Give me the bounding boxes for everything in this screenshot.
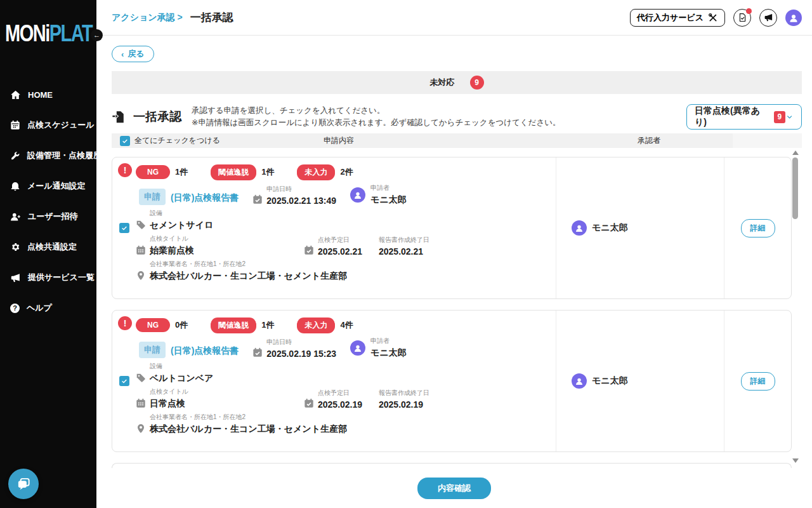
- back-button[interactable]: ‹ 戻る: [112, 46, 154, 62]
- sidebar: MONiPLAT HOME 点検スケジュール 設備管理・点検履歴 メール通知設定…: [0, 0, 96, 508]
- approval-card-partial: [112, 463, 792, 468]
- gear-icon: [10, 242, 20, 252]
- person-icon: [353, 190, 363, 200]
- issue-badges: NG1件 閾値逸脱1件 未入力2件: [136, 165, 556, 179]
- breadcrumb-parent[interactable]: アクション承認 >: [112, 12, 183, 23]
- location-pin-icon: [136, 271, 146, 281]
- sidebar-item-equipment[interactable]: 設備管理・点検履歴: [0, 140, 96, 171]
- equipment-row: 設備ベルトコンベア: [136, 364, 556, 384]
- scrollbar-thumb[interactable]: [792, 157, 798, 219]
- inspection-title-field: 点検タイトル日常点検: [136, 387, 304, 410]
- tools-icon: [708, 13, 718, 23]
- tag-icon: [136, 220, 146, 230]
- row-checkbox[interactable]: [119, 223, 129, 233]
- company-field: 会社事業者名・所在地1・所在地2株式会社バルカー・生コン工場・セメント生産部: [136, 413, 347, 435]
- applicant-avatar: [350, 187, 365, 203]
- page-content: ‹ 戻る 未対応 9 一括承認 承認する申請を選択し、チェックを入れてください。…: [96, 46, 812, 468]
- alert-icon: !: [118, 316, 132, 330]
- back-row: ‹ 戻る: [112, 46, 802, 62]
- status-bar: 未対応 9: [112, 71, 802, 94]
- alert-icon: !: [118, 163, 132, 177]
- section-description: 承認する申請を選択し、チェックを入れてください。 ※申請情報は画面スクロールによ…: [192, 105, 560, 130]
- card-checkbox-cell: [112, 311, 136, 451]
- approver-avatar: [572, 220, 587, 236]
- calendar-check-icon: [252, 347, 263, 358]
- threshold-badge: 閾値逸脱: [211, 164, 256, 180]
- approval-list: ! NG1件 閾値逸脱1件 未入力2件 申請 (日常)点検報告書: [112, 148, 802, 468]
- table-header: 全てにチェックをつける 申請内容 承認者: [112, 133, 802, 148]
- applicant-avatar: [350, 340, 365, 356]
- issue-badges: NG0件 閾値逸脱1件 未入力4件: [136, 318, 556, 332]
- applicant-field: 申請者モニ太郎: [350, 337, 407, 359]
- apply-datetime-field: 申請日時2025.02.19 15:23: [252, 338, 336, 359]
- equipment-field: 設備セメントサイロ: [136, 209, 213, 231]
- announcements-button[interactable]: [759, 9, 777, 27]
- scheduled-date-field: 点検予定日2025.02.21: [304, 236, 367, 257]
- detail-cell: 詳細: [724, 311, 791, 451]
- sidebar-item-services[interactable]: 提供サービス一覧: [0, 262, 96, 293]
- row-checkbox[interactable]: [119, 376, 129, 386]
- sidebar-item-mail-settings[interactable]: メール通知設定: [0, 171, 96, 201]
- calendar-check-icon: [304, 245, 314, 255]
- user-add-icon: [10, 211, 21, 222]
- detail-button[interactable]: 詳細: [741, 219, 775, 237]
- approver-cell: モニ太郎: [556, 311, 724, 451]
- chat-bubble-icon: [15, 476, 32, 492]
- status-count-badge: 9: [470, 76, 484, 90]
- report-end-field: 報告書作成終了日2025.02.19: [379, 389, 429, 410]
- sidebar-item-common-settings[interactable]: 点検共通設定: [0, 232, 96, 262]
- request-row: 申請 (日常)点検報告書 申請日時2025.02.19 15:23 申請者モニ太…: [136, 338, 556, 359]
- report-link[interactable]: (日常)点検報告書: [171, 345, 239, 357]
- tag-icon: [136, 373, 146, 383]
- threshold-badge: 閾値逸脱: [211, 318, 256, 333]
- home-icon: [10, 90, 21, 100]
- user-avatar[interactable]: [785, 10, 802, 26]
- company-field: 会社事業者名・所在地1・所在地2株式会社バルカー・生コン工場・セメント生産部: [136, 260, 347, 282]
- approval-card: ! NG1件 閾値逸脱1件 未入力2件 申請 (日常)点検報告書: [112, 157, 792, 299]
- megaphone-icon: [764, 13, 773, 22]
- sidebar-item-schedule[interactable]: 点検スケジュール: [0, 110, 96, 140]
- sidebar-item-invite-user[interactable]: ユーザー招待: [0, 201, 96, 232]
- person-icon: [574, 223, 584, 233]
- sidebar-item-home[interactable]: HOME: [0, 79, 96, 110]
- document-import-icon: [112, 110, 126, 124]
- person-icon: [353, 343, 363, 353]
- approval-card: ! NG0件 閾値逸脱1件 未入力4件 申請 (日常)点検報告書: [112, 310, 792, 452]
- scroll-up-arrow[interactable]: [792, 150, 799, 155]
- top-header: アクション承認 > 一括承認 代行入力サービス: [96, 0, 812, 36]
- megaphone-icon: [10, 272, 21, 283]
- confirm-content-button[interactable]: 内容確認: [417, 478, 491, 499]
- check-icon: [121, 225, 128, 231]
- wrench-icon: [10, 150, 20, 161]
- app-window: MONiPLAT HOME 点検スケジュール 設備管理・点検履歴 メール通知設定…: [0, 0, 812, 508]
- card-request-content: NG0件 閾値逸脱1件 未入力4件 申請 (日常)点検報告書 申請日時2025.…: [136, 311, 556, 451]
- company-row: 会社事業者名・所在地1・所在地2株式会社バルカー・生コン工場・セメント生産部: [136, 262, 556, 282]
- report-link[interactable]: (日常)点検報告書: [171, 192, 239, 204]
- vertical-scrollbar[interactable]: [792, 148, 799, 468]
- blank-badge: 未入力: [297, 318, 335, 333]
- moniplat-logo: MONiPLAT: [5, 20, 96, 46]
- report-notifications-button[interactable]: [733, 9, 751, 27]
- help-icon: ?: [10, 304, 20, 313]
- bulk-approval-section-header: 一括承認 承認する申請を選択し、チェックを入れてください。 ※申請情報は画面スク…: [112, 100, 802, 133]
- detail-button[interactable]: 詳細: [741, 372, 775, 391]
- sidebar-collapse-button[interactable]: ←: [91, 29, 103, 41]
- document-check-icon: [738, 13, 747, 22]
- sidebar-item-help[interactable]: ? ヘルプ: [0, 293, 96, 323]
- blank-badge: 未入力: [297, 164, 335, 180]
- request-row: 申請 (日常)点検報告書 申請日時2025.02.21 13:49 申請者モニ太…: [136, 185, 556, 206]
- inspection-filter-dropdown[interactable]: 日常点検(異常あり) 9: [686, 104, 802, 130]
- chat-support-button[interactable]: [8, 469, 39, 499]
- select-all: 全てにチェックをつける: [120, 135, 220, 146]
- select-all-checkbox[interactable]: [120, 136, 130, 146]
- scheduled-date-field: 点検予定日2025.02.19: [304, 389, 367, 410]
- calendar-icon: [136, 245, 146, 255]
- inspection-row: 点検タイトル始業前点検 点検予定日2025.02.21 報告書作成終了日2025…: [136, 236, 556, 257]
- approver-avatar: [572, 373, 587, 389]
- proxy-input-service-button[interactable]: 代行入力サービス: [630, 9, 725, 27]
- footer-bar: 内容確認: [96, 468, 812, 508]
- back-chevron-icon: ‹: [121, 50, 124, 59]
- equipment-row: 設備セメントサイロ: [136, 211, 556, 231]
- scroll-down-arrow[interactable]: [792, 458, 799, 463]
- apply-datetime-field: 申請日時2025.02.21 13:49: [252, 185, 336, 206]
